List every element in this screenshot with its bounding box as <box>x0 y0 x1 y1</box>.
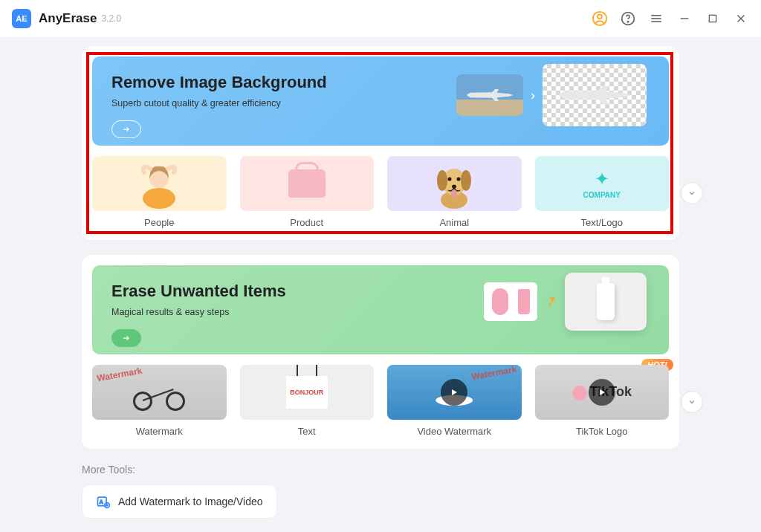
svg-point-19 <box>457 178 461 181</box>
help-icon[interactable] <box>620 10 636 27</box>
tile-people[interactable]: People <box>92 156 227 230</box>
watermark-overlay: Watermark <box>470 365 517 382</box>
erase-tiles-row: Watermark Watermark BONJOUR Text Waterma… <box>92 365 669 438</box>
titlebar: AE AnyErase 3.2.0 <box>0 0 761 37</box>
person-illustration <box>137 158 181 210</box>
source-thumb <box>484 282 537 321</box>
tile-animal[interactable]: Animal <box>387 156 522 230</box>
result-thumb <box>543 64 647 126</box>
svg-point-18 <box>448 178 452 181</box>
arrow-button[interactable] <box>111 329 141 347</box>
app-logo: AE <box>12 9 31 28</box>
svg-marker-24 <box>600 389 605 395</box>
svg-point-20 <box>452 185 456 189</box>
play-icon <box>589 379 615 406</box>
dog-illustration <box>430 158 478 209</box>
tile-label: Video Watermark <box>387 420 522 438</box>
menu-icon[interactable] <box>648 10 664 27</box>
erase-unwanted-card: Erase Unwanted Items Magical results & e… <box>82 255 679 449</box>
tile-product[interactable]: Product <box>240 156 375 230</box>
bag-illustration <box>288 169 326 198</box>
svg-text:A: A <box>100 499 103 505</box>
svg-point-12 <box>143 188 175 209</box>
tool-button-label: Add Watermark to Image/Video <box>118 496 263 507</box>
watermark-tool-icon: A <box>96 494 111 509</box>
result-thumb <box>565 273 647 331</box>
svg-point-21 <box>451 189 457 198</box>
hero-illustration: ↗ <box>484 273 647 331</box>
svg-marker-23 <box>452 389 457 395</box>
arrow-button[interactable] <box>111 120 141 138</box>
tile-text-logo[interactable]: ✦ COMPANY Text/Logo <box>535 156 670 230</box>
next-tiles-button[interactable] <box>681 182 703 204</box>
chevron-down-icon <box>687 398 696 406</box>
arrow-icon: › <box>531 88 535 103</box>
tile-label: Text/Logo <box>535 211 670 230</box>
arrow-icon: ↗ <box>542 291 560 312</box>
tile-tiktok-logo[interactable]: HOT! TikTok TikTok Logo <box>535 365 670 438</box>
tile-label: Watermark <box>92 420 227 438</box>
tile-label: Text <box>240 420 375 438</box>
erase-unwanted-hero[interactable]: Erase Unwanted Items Magical results & e… <box>92 265 669 354</box>
tile-text[interactable]: BONJOUR Text <box>240 365 375 438</box>
add-watermark-button[interactable]: A Add Watermark to Image/Video <box>82 484 277 519</box>
hero-illustration: › <box>456 64 647 126</box>
svg-point-1 <box>598 14 602 19</box>
svg-rect-8 <box>709 15 716 22</box>
close-icon[interactable] <box>733 10 749 27</box>
app-name: AnyErase <box>39 11 97 26</box>
user-icon[interactable] <box>592 10 608 27</box>
remove-background-hero[interactable]: Remove Image Background Superb cutout qu… <box>92 56 669 146</box>
chevron-down-icon <box>687 189 696 198</box>
tile-video-watermark[interactable]: Watermark Video Watermark <box>387 365 522 438</box>
svg-point-3 <box>627 22 628 22</box>
maximize-icon[interactable] <box>705 10 721 27</box>
svg-point-16 <box>437 170 447 191</box>
tile-label: Animal <box>387 211 522 230</box>
tile-watermark[interactable]: Watermark Watermark <box>92 365 227 438</box>
bike-illustration <box>133 374 185 411</box>
next-tiles-button[interactable] <box>681 391 703 413</box>
bag-illustration: BONJOUR <box>286 376 328 409</box>
svg-point-17 <box>461 170 471 191</box>
tile-label: Product <box>240 211 375 230</box>
logo-illustration: ✦ COMPANY <box>583 169 621 199</box>
more-tools-label: More Tools: <box>82 464 679 476</box>
app-version: 3.2.0 <box>101 13 121 24</box>
tile-label: People <box>92 211 227 230</box>
minimize-icon[interactable] <box>676 10 693 27</box>
background-tiles-row: People Product <box>92 156 669 230</box>
play-icon <box>441 379 467 406</box>
source-thumb <box>456 74 523 116</box>
remove-background-card: Remove Image Background Superb cutout qu… <box>82 46 679 240</box>
tile-label: TikTok Logo <box>535 420 670 438</box>
